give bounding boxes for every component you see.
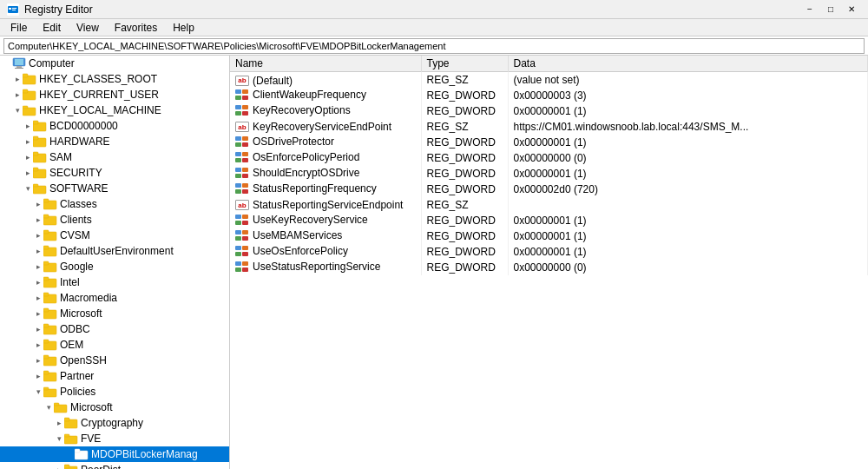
tree-item[interactable]: ▸ Cryptography (0, 415, 229, 431)
cell-type: REG_SZ (421, 119, 508, 135)
cell-name-text: OSDriveProtector (253, 135, 334, 148)
expand-arrow-icon: ▾ (23, 184, 33, 193)
maximize-button[interactable]: □ (821, 3, 840, 17)
column-name[interactable]: Name (230, 56, 421, 72)
menu-item-file[interactable]: File (3, 20, 34, 36)
tree-item[interactable]: Computer (0, 56, 229, 71)
reg-dword-icon (235, 152, 249, 162)
svg-rect-3 (12, 8, 16, 9)
cell-type: REG_DWORD (421, 166, 508, 182)
svg-rect-86 (235, 183, 241, 188)
svg-rect-76 (235, 142, 241, 147)
svg-rect-103 (242, 261, 248, 266)
address-input[interactable] (3, 38, 865, 54)
tree-item[interactable]: ▸ Partner (0, 368, 229, 384)
cell-type: REG_SZ (421, 197, 508, 213)
tree-item[interactable]: ▾ FVE (0, 431, 229, 446)
menu-item-favorites[interactable]: Favorites (108, 20, 164, 36)
reg-sz-icon: ab (235, 76, 249, 86)
tree-item[interactable]: ▸ DefaultUserEnvironment (0, 243, 229, 259)
table-row[interactable]: KeyRecoveryOptionsREG_DWORD0x00000001 (1… (230, 103, 868, 119)
tree-item[interactable]: ▾ SOFTWARE (0, 181, 229, 196)
menu-item-help[interactable]: Help (166, 20, 201, 36)
table-row[interactable]: UseMBAMServicesREG_DWORD0x00000001 (1) (230, 228, 868, 244)
table-row[interactable]: ClientWakeupFrequencyREG_DWORD0x00000003… (230, 88, 868, 103)
menu-item-view[interactable]: View (69, 20, 106, 36)
tree-item[interactable]: ▸ Clients (0, 212, 229, 228)
cell-name-text: KeyRecoveryOptions (253, 104, 351, 116)
svg-rect-100 (235, 252, 241, 256)
cell-name: UseKeyRecoveryService (230, 213, 421, 228)
cell-data: 0x00000001 (1) (508, 135, 868, 150)
folder-icon (23, 73, 36, 85)
tree-item[interactable]: ▸ BCD00000000 (0, 118, 229, 134)
close-button[interactable]: ✕ (842, 3, 861, 17)
expand-arrow-icon: ▾ (12, 106, 23, 115)
expand-arrow-icon: ▸ (33, 372, 43, 380)
tree-item[interactable]: ▸ Microsoft (0, 306, 229, 321)
tree-item[interactable]: ▸ SAM (0, 149, 229, 165)
table-row[interactable]: abKeyRecoveryServiceEndPointREG_SZhttps:… (230, 119, 868, 135)
menu-item-edit[interactable]: Edit (36, 20, 68, 36)
tree-item[interactable]: ▸ OpenSSH (0, 353, 229, 368)
expand-arrow-icon: ▸ (33, 325, 43, 334)
svg-rect-83 (242, 168, 248, 172)
table-row[interactable]: ShouldEncryptOSDriveREG_DWORD0x00000001 … (230, 166, 868, 182)
svg-rect-52 (43, 387, 49, 390)
data-table[interactable]: Name Type Data ab(Default)REG_SZ(value n… (230, 56, 868, 469)
tree-item[interactable]: ▸ ODBC (0, 321, 229, 337)
tree-item-label: OEM (60, 339, 83, 351)
table-row[interactable]: UseOsEnforcePolicyREG_DWORD0x00000001 (1… (230, 244, 868, 260)
cell-type: REG_DWORD (421, 150, 508, 166)
table-row[interactable]: ab(Default)REG_SZ(value not set) (230, 72, 868, 88)
tree-item-label: HARDWARE (49, 135, 110, 148)
svg-rect-10 (23, 74, 28, 77)
tree-panel[interactable]: Computer▸ HKEY_CLASSES_ROOT▸ HKEY_CURREN… (0, 56, 230, 469)
table-row[interactable]: UseStatusReportingServiceREG_DWORD0x0000… (230, 260, 868, 275)
svg-rect-19 (33, 136, 38, 140)
svg-rect-98 (235, 246, 241, 250)
tree-item[interactable]: ▸ HARDWARE (0, 134, 229, 149)
svg-rect-61 (65, 438, 76, 443)
tree-item[interactable]: ▸ HKEY_CLASSES_ROOT (0, 71, 229, 87)
svg-rect-80 (235, 158, 241, 162)
column-data[interactable]: Data (508, 56, 868, 72)
svg-rect-70 (235, 105, 241, 109)
svg-rect-34 (43, 246, 49, 249)
column-type[interactable]: Type (421, 56, 508, 72)
svg-rect-66 (235, 89, 241, 94)
tree-item[interactable]: ▸ Macromedia (0, 290, 229, 306)
tree-item[interactable]: MDOPBitLockerManag (0, 446, 229, 462)
cell-data: https://CM01.windowsnoob.lab.local:443/S… (508, 119, 868, 135)
title-text: Registry Editor (24, 3, 93, 16)
cell-data: 0x00000001 (1) (508, 166, 868, 182)
folder-icon (12, 57, 26, 69)
tree-item[interactable]: ▾ HKEY_LOCAL_MACHINE (0, 102, 229, 118)
tree-item[interactable]: ▸ HKEY_CURRENT_USER (0, 87, 229, 102)
table-row[interactable]: abStatusReportingServiceEndpointREG_SZ (230, 197, 868, 213)
tree-item[interactable]: ▸ Google (0, 259, 229, 274)
tree-item-label: DefaultUserEnvironment (60, 245, 174, 257)
tree-item[interactable]: ▸ SECURITY (0, 165, 229, 181)
app-icon (7, 3, 19, 16)
minimize-button[interactable]: − (800, 3, 819, 17)
tree-item[interactable]: ▸ Intel (0, 274, 229, 290)
svg-rect-73 (242, 111, 248, 116)
svg-rect-68 (235, 96, 241, 100)
tree-item[interactable]: ▸ CVSM (0, 228, 229, 243)
svg-rect-4 (12, 10, 16, 10)
tree-item[interactable]: ▸ OEM (0, 337, 229, 353)
table-row[interactable]: UseKeyRecoveryServiceREG_DWORD0x00000001… (230, 213, 868, 228)
cell-type: REG_DWORD (421, 260, 508, 275)
cell-type: REG_DWORD (421, 213, 508, 228)
tree-item[interactable]: ▸ PeerDist (0, 462, 229, 469)
cell-data: 0x00000001 (1) (508, 228, 868, 244)
tree-item[interactable]: ▾ Policies (0, 384, 229, 400)
table-row[interactable]: StatusReportingFrequencyREG_DWORD0x00000… (230, 182, 868, 197)
tree-item[interactable]: ▸ Classes (0, 196, 229, 212)
table-row[interactable]: OSDriveProtectorREG_DWORD0x00000001 (1) (230, 135, 868, 150)
tree-item[interactable]: ▾ Microsoft (0, 400, 229, 415)
svg-rect-97 (242, 236, 248, 241)
cell-name-text: KeyRecoveryServiceEndPoint (253, 121, 391, 133)
table-row[interactable]: OsEnforcePolicyPeriodREG_DWORD0x00000000… (230, 150, 868, 166)
